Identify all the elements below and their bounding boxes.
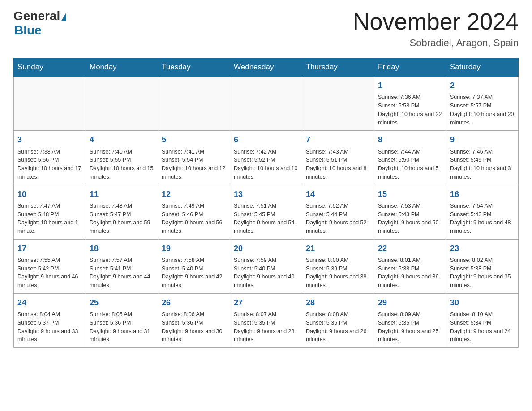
calendar-cell: 23Sunrise: 8:02 AM Sunset: 5:38 PM Dayli… <box>446 239 519 293</box>
calendar-cell <box>158 77 230 131</box>
day-number: 26 <box>162 297 226 308</box>
calendar-cell: 25Sunrise: 8:05 AM Sunset: 5:36 PM Dayli… <box>86 293 158 347</box>
calendar-cell: 20Sunrise: 7:59 AM Sunset: 5:40 PM Dayli… <box>230 239 302 293</box>
day-info: Sunrise: 7:54 AM Sunset: 5:43 PM Dayligh… <box>450 202 515 235</box>
day-info: Sunrise: 8:06 AM Sunset: 5:36 PM Dayligh… <box>162 310 226 344</box>
day-info: Sunrise: 7:41 AM Sunset: 5:54 PM Dayligh… <box>162 148 226 181</box>
calendar-cell: 3Sunrise: 7:38 AM Sunset: 5:56 PM Daylig… <box>14 131 86 185</box>
week-row-1: 1Sunrise: 7:36 AM Sunset: 5:58 PM Daylig… <box>14 77 519 131</box>
calendar-cell: 29Sunrise: 8:09 AM Sunset: 5:35 PM Dayli… <box>374 293 446 347</box>
day-number: 3 <box>17 134 82 146</box>
day-number: 1 <box>378 80 442 91</box>
week-row-2: 3Sunrise: 7:38 AM Sunset: 5:56 PM Daylig… <box>14 131 519 185</box>
weekday-header-sunday: Sunday <box>14 58 86 77</box>
calendar-cell: 26Sunrise: 8:06 AM Sunset: 5:36 PM Dayli… <box>158 293 230 347</box>
day-number: 19 <box>162 243 226 254</box>
location-title: Sobradiel, Aragon, Spain <box>353 37 519 49</box>
day-info: Sunrise: 7:37 AM Sunset: 5:57 PM Dayligh… <box>450 93 515 127</box>
calendar-cell: 13Sunrise: 7:51 AM Sunset: 5:45 PM Dayli… <box>230 185 302 239</box>
day-info: Sunrise: 7:53 AM Sunset: 5:43 PM Dayligh… <box>378 202 442 235</box>
calendar-cell: 9Sunrise: 7:46 AM Sunset: 5:49 PM Daylig… <box>446 131 519 185</box>
day-number: 11 <box>90 189 154 200</box>
page-header: General Blue November 2024 Sobradiel, Ar… <box>13 9 519 49</box>
day-number: 13 <box>234 189 298 200</box>
day-info: Sunrise: 8:10 AM Sunset: 5:34 PM Dayligh… <box>450 310 515 344</box>
day-number: 27 <box>234 297 298 308</box>
day-info: Sunrise: 7:57 AM Sunset: 5:41 PM Dayligh… <box>90 256 154 290</box>
calendar-cell: 27Sunrise: 8:07 AM Sunset: 5:35 PM Dayli… <box>230 293 302 347</box>
calendar-cell: 12Sunrise: 7:49 AM Sunset: 5:46 PM Dayli… <box>158 185 230 239</box>
calendar-cell: 8Sunrise: 7:44 AM Sunset: 5:50 PM Daylig… <box>374 131 446 185</box>
calendar-cell <box>302 77 374 131</box>
day-info: Sunrise: 8:09 AM Sunset: 5:35 PM Dayligh… <box>378 310 442 344</box>
day-number: 2 <box>450 80 515 91</box>
header-right: November 2024 Sobradiel, Aragon, Spain <box>353 9 519 49</box>
day-number: 29 <box>378 297 442 308</box>
day-number: 5 <box>162 134 226 146</box>
calendar-cell: 30Sunrise: 8:10 AM Sunset: 5:34 PM Dayli… <box>446 293 519 347</box>
weekday-header-thursday: Thursday <box>302 58 374 77</box>
day-number: 9 <box>450 134 515 146</box>
day-number: 8 <box>378 134 442 146</box>
day-info: Sunrise: 8:02 AM Sunset: 5:38 PM Dayligh… <box>450 256 515 290</box>
day-info: Sunrise: 7:49 AM Sunset: 5:46 PM Dayligh… <box>162 202 226 235</box>
calendar-cell: 14Sunrise: 7:52 AM Sunset: 5:44 PM Dayli… <box>302 185 374 239</box>
calendar-cell: 4Sunrise: 7:40 AM Sunset: 5:55 PM Daylig… <box>86 131 158 185</box>
calendar-cell: 21Sunrise: 8:00 AM Sunset: 5:39 PM Dayli… <box>302 239 374 293</box>
calendar-cell: 2Sunrise: 7:37 AM Sunset: 5:57 PM Daylig… <box>446 77 519 131</box>
calendar-table: SundayMondayTuesdayWednesdayThursdayFrid… <box>13 58 519 348</box>
day-info: Sunrise: 7:46 AM Sunset: 5:49 PM Dayligh… <box>450 148 515 181</box>
day-number: 23 <box>450 243 515 254</box>
day-number: 4 <box>90 134 154 146</box>
day-info: Sunrise: 8:05 AM Sunset: 5:36 PM Dayligh… <box>90 310 154 344</box>
weekday-header-friday: Friday <box>374 58 446 77</box>
day-number: 14 <box>306 189 370 200</box>
week-row-3: 10Sunrise: 7:47 AM Sunset: 5:48 PM Dayli… <box>14 185 519 239</box>
calendar-cell <box>14 77 86 131</box>
day-info: Sunrise: 7:40 AM Sunset: 5:55 PM Dayligh… <box>90 148 154 181</box>
day-info: Sunrise: 7:36 AM Sunset: 5:58 PM Dayligh… <box>378 93 442 127</box>
day-info: Sunrise: 8:00 AM Sunset: 5:39 PM Dayligh… <box>306 256 370 290</box>
day-number: 10 <box>17 189 82 200</box>
day-number: 28 <box>306 297 370 308</box>
calendar-cell: 6Sunrise: 7:42 AM Sunset: 5:52 PM Daylig… <box>230 131 302 185</box>
logo-blue-text: Blue <box>14 23 42 38</box>
day-number: 16 <box>450 189 515 200</box>
calendar-cell: 22Sunrise: 8:01 AM Sunset: 5:38 PM Dayli… <box>374 239 446 293</box>
calendar-cell: 15Sunrise: 7:53 AM Sunset: 5:43 PM Dayli… <box>374 185 446 239</box>
day-number: 15 <box>378 189 442 200</box>
day-info: Sunrise: 8:04 AM Sunset: 5:37 PM Dayligh… <box>17 310 82 344</box>
day-info: Sunrise: 7:48 AM Sunset: 5:47 PM Dayligh… <box>90 202 154 235</box>
day-info: Sunrise: 7:51 AM Sunset: 5:45 PM Dayligh… <box>234 202 298 235</box>
day-number: 25 <box>90 297 154 308</box>
logo-general-text: General <box>13 9 60 23</box>
day-info: Sunrise: 7:52 AM Sunset: 5:44 PM Dayligh… <box>306 202 370 235</box>
day-info: Sunrise: 7:55 AM Sunset: 5:42 PM Dayligh… <box>17 256 82 290</box>
calendar-cell <box>86 77 158 131</box>
calendar-cell: 17Sunrise: 7:55 AM Sunset: 5:42 PM Dayli… <box>14 239 86 293</box>
weekday-header-saturday: Saturday <box>446 58 519 77</box>
day-number: 7 <box>306 134 370 146</box>
logo: General Blue <box>13 9 66 38</box>
weekday-header-monday: Monday <box>86 58 158 77</box>
weekday-header-wednesday: Wednesday <box>230 58 302 77</box>
day-number: 20 <box>234 243 298 254</box>
day-info: Sunrise: 7:58 AM Sunset: 5:40 PM Dayligh… <box>162 256 226 290</box>
calendar-cell: 1Sunrise: 7:36 AM Sunset: 5:58 PM Daylig… <box>374 77 446 131</box>
day-number: 24 <box>17 297 82 308</box>
day-number: 17 <box>17 243 82 254</box>
day-info: Sunrise: 7:47 AM Sunset: 5:48 PM Dayligh… <box>17 202 82 235</box>
weekday-header-tuesday: Tuesday <box>158 58 230 77</box>
day-info: Sunrise: 7:44 AM Sunset: 5:50 PM Dayligh… <box>378 148 442 181</box>
calendar-cell: 24Sunrise: 8:04 AM Sunset: 5:37 PM Dayli… <box>14 293 86 347</box>
day-number: 18 <box>90 243 154 254</box>
day-info: Sunrise: 8:08 AM Sunset: 5:35 PM Dayligh… <box>306 310 370 344</box>
calendar-cell: 18Sunrise: 7:57 AM Sunset: 5:41 PM Dayli… <box>86 239 158 293</box>
calendar-cell <box>230 77 302 131</box>
logo-triangle-icon <box>61 13 66 21</box>
calendar-cell: 11Sunrise: 7:48 AM Sunset: 5:47 PM Dayli… <box>86 185 158 239</box>
week-row-4: 17Sunrise: 7:55 AM Sunset: 5:42 PM Dayli… <box>14 239 519 293</box>
weekday-header-row: SundayMondayTuesdayWednesdayThursdayFrid… <box>14 58 519 77</box>
calendar-cell: 7Sunrise: 7:43 AM Sunset: 5:51 PM Daylig… <box>302 131 374 185</box>
day-number: 6 <box>234 134 298 146</box>
